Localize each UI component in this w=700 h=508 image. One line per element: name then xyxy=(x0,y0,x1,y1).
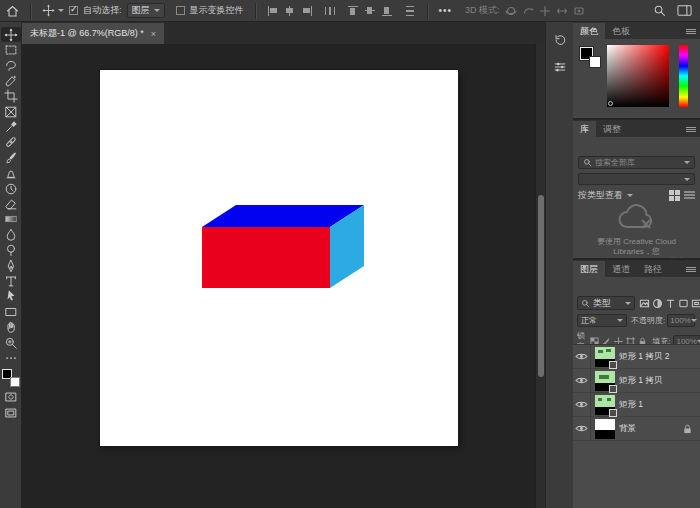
layer-thumbnail[interactable] xyxy=(595,371,615,391)
marquee-tool[interactable] xyxy=(1,42,21,57)
brush-tool[interactable] xyxy=(1,150,21,165)
color-field-marker[interactable] xyxy=(608,101,613,106)
3d-scale-icon[interactable] xyxy=(573,5,585,17)
quick-selection-tool[interactable] xyxy=(1,73,21,88)
spot-healing-brush-tool[interactable] xyxy=(1,135,21,150)
library-search-box[interactable] xyxy=(578,156,695,169)
background-color-swatch[interactable] xyxy=(589,56,601,68)
library-search-input[interactable] xyxy=(595,158,681,167)
3d-slide-icon[interactable] xyxy=(556,5,568,17)
panel-menu-icon[interactable] xyxy=(686,266,696,273)
tab-channels[interactable]: 通道 xyxy=(605,261,637,277)
clone-stamp-tool[interactable] xyxy=(1,166,21,181)
more-options-button[interactable]: ••• xyxy=(439,6,453,16)
auto-select-checkbox[interactable] xyxy=(69,6,78,15)
hue-slider[interactable] xyxy=(679,45,688,107)
layer-name[interactable]: 背景 xyxy=(619,423,636,435)
layer-name[interactable]: 矩形 1 拷贝 xyxy=(619,375,662,387)
saturation-brightness-field[interactable] xyxy=(607,45,669,107)
search-icon[interactable] xyxy=(653,4,666,17)
align-bottom-edges-icon[interactable] xyxy=(381,5,393,17)
properties-panel-icon[interactable] xyxy=(549,57,571,77)
align-horizontal-centers-icon[interactable] xyxy=(284,5,296,17)
panel-menu-icon[interactable] xyxy=(686,28,696,35)
filter-shape-layers-icon[interactable] xyxy=(678,297,689,309)
layer-name[interactable]: 矩形 1 xyxy=(619,399,643,411)
show-transform-checkbox[interactable] xyxy=(176,6,185,15)
filter-pixel-layers-icon[interactable] xyxy=(639,297,650,309)
layer-thumbnail[interactable] xyxy=(595,347,615,367)
3d-roll-icon[interactable] xyxy=(522,5,534,17)
blur-tool[interactable] xyxy=(1,227,21,242)
align-top-edges-icon[interactable] xyxy=(347,5,359,17)
tab-paths[interactable]: 路径 xyxy=(637,261,669,277)
foreground-background-swatches[interactable] xyxy=(2,369,20,387)
scrollbar-thumb[interactable] xyxy=(538,195,544,377)
history-panel-icon[interactable] xyxy=(549,30,571,50)
crop-tool[interactable] xyxy=(1,89,21,104)
align-left-edges-icon[interactable] xyxy=(267,5,279,17)
close-tab-icon[interactable]: × xyxy=(151,29,156,39)
3d-orbit-icon[interactable] xyxy=(505,5,517,17)
vertical-scrollbar[interactable] xyxy=(535,44,545,508)
move-tool-preset[interactable] xyxy=(42,4,64,17)
filter-type-layers-icon[interactable] xyxy=(665,297,676,309)
history-brush-tool[interactable] xyxy=(1,181,21,196)
rectangle-tool[interactable] xyxy=(1,304,21,319)
3d-pan-icon[interactable] xyxy=(539,5,551,17)
tab-color[interactable]: 颜色 xyxy=(573,23,605,39)
layer-row[interactable]: 矩形 1 拷贝 xyxy=(573,369,700,393)
align-right-edges-icon[interactable] xyxy=(301,5,313,17)
layer-visibility-toggle[interactable] xyxy=(573,345,591,369)
screen-mode-button[interactable] xyxy=(1,405,21,420)
document-tab[interactable]: 未标题-1 @ 66.7%(RGB/8) * × xyxy=(22,23,164,44)
auto-select-target-dropdown[interactable]: 图层 xyxy=(127,3,165,18)
list-view-icon[interactable] xyxy=(684,190,695,201)
distribute-horizontal-icon[interactable] xyxy=(324,5,336,17)
frame-tool[interactable] xyxy=(1,104,21,119)
view-by-type-label[interactable]: 按类型查看 xyxy=(578,189,623,202)
lasso-tool[interactable] xyxy=(1,58,21,73)
layer-thumbnail[interactable] xyxy=(595,419,615,439)
align-vertical-centers-icon[interactable] xyxy=(364,5,376,17)
type-tool[interactable] xyxy=(1,273,21,288)
layer-filter-kind-dropdown[interactable]: 类型 xyxy=(577,296,635,310)
layer-visibility-toggle[interactable] xyxy=(573,369,591,393)
filter-adjustment-layers-icon[interactable] xyxy=(652,297,663,309)
hand-tool[interactable] xyxy=(1,319,21,334)
dodge-tool[interactable] xyxy=(1,242,21,257)
zoom-tool[interactable] xyxy=(1,335,21,350)
layer-thumbnail[interactable] xyxy=(595,395,615,415)
background-color-swatch[interactable] xyxy=(10,377,20,387)
tab-adjustments[interactable]: 调整 xyxy=(596,121,628,137)
edit-toolbar-ellipsis[interactable] xyxy=(1,350,21,365)
quick-mask-mode-button[interactable] xyxy=(1,390,21,405)
layer-visibility-toggle[interactable] xyxy=(573,393,591,417)
library-selector-dropdown[interactable] xyxy=(578,173,695,185)
pen-tool[interactable] xyxy=(1,258,21,273)
layer-name[interactable]: 矩形 1 拷贝 2 xyxy=(619,351,670,363)
panel-menu-icon[interactable] xyxy=(686,126,696,133)
grid-view-icon[interactable] xyxy=(669,190,680,201)
tab-libraries[interactable]: 库 xyxy=(573,121,596,137)
opacity-dropdown[interactable]: 100% xyxy=(667,314,695,327)
workspace-switcher-icon[interactable] xyxy=(677,4,692,17)
home-icon[interactable] xyxy=(6,5,19,17)
move-tool[interactable] xyxy=(1,27,21,42)
layer-visibility-toggle[interactable] xyxy=(573,417,591,441)
layer-row[interactable]: 背景 xyxy=(573,417,700,441)
distribute-vertical-icon[interactable] xyxy=(404,5,416,17)
layer-row[interactable]: 矩形 1 xyxy=(573,393,700,417)
canvas-area[interactable] xyxy=(22,44,535,508)
blend-mode-dropdown[interactable]: 正常 xyxy=(577,314,627,327)
eyedropper-tool[interactable] xyxy=(1,119,21,134)
artboard[interactable] xyxy=(100,70,458,446)
eraser-tool[interactable] xyxy=(1,196,21,211)
color-panel-swatches[interactable] xyxy=(580,47,604,71)
tab-layers[interactable]: 图层 xyxy=(573,261,605,277)
layer-row[interactable]: 矩形 1 拷贝 2 xyxy=(573,345,700,369)
tab-swatches[interactable]: 色板 xyxy=(605,23,637,39)
filter-smart-objects-icon[interactable] xyxy=(691,297,700,309)
gradient-tool[interactable] xyxy=(1,212,21,227)
path-selection-tool[interactable] xyxy=(1,289,21,304)
